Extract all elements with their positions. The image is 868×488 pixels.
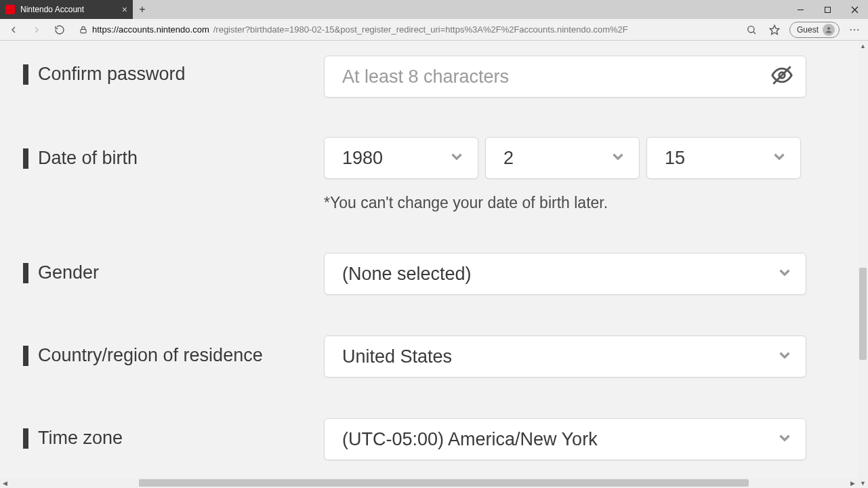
dob-day-value: 15 <box>665 148 685 169</box>
zoom-icon[interactable] <box>743 22 760 38</box>
row-confirm-password: Confirm password <box>23 56 809 98</box>
avatar-icon <box>823 24 835 36</box>
dob-note: *You can't change your date of birth lat… <box>324 194 809 212</box>
chevron-down-icon <box>448 148 466 168</box>
chevron-down-icon <box>770 148 788 168</box>
refresh-button[interactable] <box>51 22 68 38</box>
label-gender: Gender <box>38 262 99 283</box>
horizontal-scroll-track[interactable] <box>10 478 848 488</box>
chevron-down-icon <box>776 346 793 367</box>
dob-year-select[interactable]: 1980 <box>324 137 478 179</box>
profile-button[interactable]: Guest <box>789 22 840 38</box>
tab-title: Nintendo Account <box>20 5 117 14</box>
window-minimize-button[interactable] <box>787 0 814 19</box>
url-path: /register?birthdate=1980-02-15&post_regi… <box>213 24 628 35</box>
browser-tab[interactable]: Nintendo Account × <box>0 0 133 19</box>
label-timezone: Time zone <box>38 428 123 449</box>
window-titlebar: Nintendo Account × + <box>0 0 868 19</box>
page-viewport: Confirm password Date of birth 1980 <box>0 41 868 488</box>
vertical-scrollbar[interactable]: ▲ ▼ <box>858 41 868 488</box>
profile-label: Guest <box>797 25 819 35</box>
gender-select[interactable]: (None selected) <box>324 253 806 295</box>
row-timezone: Time zone (UTC-05:00) America/New York <box>23 418 809 460</box>
horizontal-scroll-thumb[interactable] <box>139 479 749 487</box>
tab-favicon <box>5 5 15 14</box>
chevron-down-icon <box>609 148 627 168</box>
scroll-down-arrow[interactable]: ▼ <box>858 478 868 488</box>
chevron-down-icon <box>776 264 793 284</box>
label-date-of-birth: Date of birth <box>38 148 138 169</box>
svg-rect-1 <box>825 7 830 12</box>
label-confirm-password: Confirm password <box>38 64 186 85</box>
vertical-scroll-track[interactable] <box>858 51 868 478</box>
vertical-scroll-thumb[interactable] <box>859 268 867 360</box>
svg-marker-7 <box>770 25 779 34</box>
url-host: https://accounts.nintendo.com <box>92 24 209 35</box>
browser-toolbar: https://accounts.nintendo.com/register?b… <box>0 19 868 41</box>
scroll-left-arrow[interactable]: ◀ <box>0 478 10 488</box>
new-tab-button[interactable]: + <box>133 0 152 19</box>
label-country: Country/region of residence <box>38 345 263 366</box>
country-select[interactable]: United States <box>324 336 806 378</box>
dob-year-value: 1980 <box>342 148 383 169</box>
favorite-icon[interactable] <box>766 22 783 38</box>
forward-button[interactable] <box>28 22 45 38</box>
close-tab-icon[interactable]: × <box>122 5 127 14</box>
dob-month-value: 2 <box>503 148 514 169</box>
lock-icon <box>79 25 88 35</box>
window-close-button[interactable] <box>841 0 868 19</box>
svg-line-6 <box>753 32 756 34</box>
confirm-password-input[interactable] <box>342 66 770 87</box>
address-bar[interactable]: https://accounts.nintendo.com/register?b… <box>75 22 737 38</box>
svg-rect-4 <box>81 29 86 33</box>
row-country: Country/region of residence United State… <box>23 336 809 378</box>
timezone-value: (UTC-05:00) America/New York <box>342 429 598 450</box>
toggle-password-visibility-icon[interactable] <box>770 64 793 89</box>
timezone-select[interactable]: (UTC-05:00) America/New York <box>324 418 806 460</box>
horizontal-scrollbar[interactable]: ◀ ▶ <box>0 478 858 488</box>
window-maximize-button[interactable] <box>814 0 841 19</box>
back-button[interactable] <box>5 22 22 38</box>
dob-month-select[interactable]: 2 <box>485 137 640 179</box>
row-date-of-birth: Date of birth 1980 2 15 *Y <box>23 137 809 212</box>
svg-point-5 <box>748 26 754 32</box>
chevron-down-icon <box>776 429 793 449</box>
row-gender: Gender (None selected) <box>23 253 809 295</box>
gender-value: (None selected) <box>342 264 472 285</box>
country-value: United States <box>342 346 452 367</box>
scroll-up-arrow[interactable]: ▲ <box>858 41 868 51</box>
dob-day-select[interactable]: 15 <box>646 137 801 179</box>
more-menu-button[interactable]: ⋯ <box>846 23 863 36</box>
scroll-right-arrow[interactable]: ▶ <box>848 478 858 488</box>
svg-point-8 <box>827 27 830 30</box>
